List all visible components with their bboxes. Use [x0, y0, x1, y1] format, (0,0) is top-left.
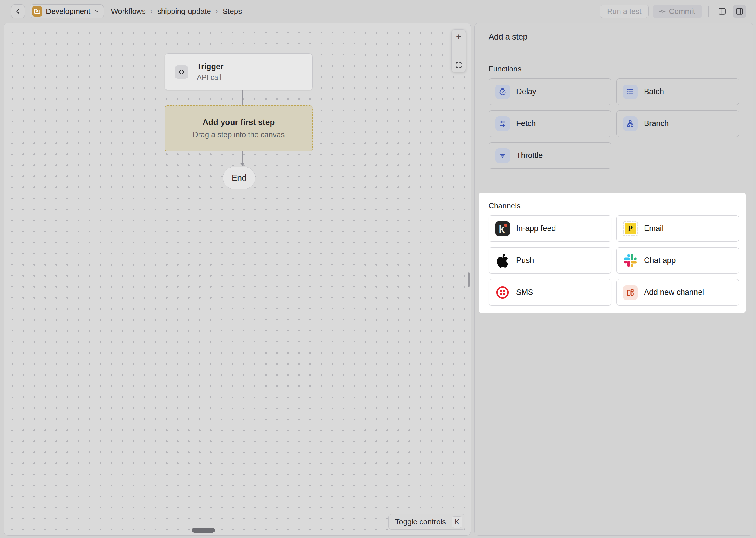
code-brackets-icon [175, 65, 188, 79]
dropzone-subtitle: Drag a step into the canvas [193, 130, 285, 139]
channel-card-in-app-feed[interactable]: k In-app feed [489, 215, 611, 242]
functions-grid: Delay Batch [489, 79, 739, 169]
panel-title: Add a step [475, 23, 753, 51]
function-card-label: Throttle [516, 151, 543, 160]
channels-section-label: Channels [489, 201, 739, 210]
left-panel-icon [718, 7, 727, 16]
add-first-step-dropzone[interactable]: Add your first step Drag a step into the… [165, 105, 313, 151]
chevron-down-icon [94, 8, 100, 14]
fit-view-icon [455, 61, 462, 69]
environment-folder-icon [32, 6, 42, 17]
toggle-right-panel-button[interactable] [733, 5, 746, 18]
breadcrumb: Workflows › shipping-update › Steps [111, 7, 242, 16]
commit-button-label: Commit [669, 7, 695, 16]
add-step-panel: Add a step Functions Delay [474, 23, 753, 536]
function-card-label: Batch [644, 87, 664, 96]
end-node[interactable]: End [223, 167, 256, 189]
trigger-node-subtitle: API call [197, 73, 223, 81]
edge-arrowhead-icon [240, 163, 245, 166]
right-panel-icon [735, 7, 744, 16]
channels-grid: k In-app feed P Email [489, 215, 739, 305]
horizontal-scrollbar-thumb[interactable] [192, 528, 215, 533]
edge-connector [242, 151, 243, 163]
channel-card-label: Add new channel [644, 288, 704, 297]
trigger-node-title: Trigger [197, 62, 223, 71]
breadcrumb-item-workflows[interactable]: Workflows [111, 7, 145, 16]
dropzone-title: Add your first step [203, 118, 275, 127]
function-card-label: Delay [516, 87, 536, 96]
filter-lines-icon [495, 148, 510, 163]
channel-card-label: Chat app [644, 256, 676, 265]
twilio-logo-icon [495, 285, 510, 300]
channel-card-add-new-channel[interactable]: Add new channel [616, 279, 739, 305]
toggle-left-panel-button[interactable] [715, 5, 729, 18]
breadcrumb-separator: › [150, 7, 153, 15]
keyboard-shortcut-key: K [452, 516, 462, 528]
canvas-zoom-controls: + − [451, 29, 466, 72]
stopwatch-icon [495, 84, 510, 99]
function-card-branch[interactable]: Branch [616, 110, 739, 137]
channel-card-label: In-app feed [516, 224, 556, 233]
zoom-out-button[interactable]: − [452, 44, 466, 58]
topbar-actions: Run a test Commit [600, 5, 746, 18]
function-card-fetch[interactable]: Fetch [489, 110, 611, 137]
function-card-batch[interactable]: Batch [616, 79, 739, 105]
function-card-label: Fetch [516, 119, 536, 128]
edge-connector [242, 90, 243, 105]
breadcrumb-separator: › [216, 7, 218, 15]
swap-arrows-icon [495, 117, 510, 131]
functions-section-label: Functions [489, 65, 739, 74]
back-button[interactable] [11, 4, 25, 18]
channel-card-push[interactable]: Push [489, 247, 611, 274]
vertical-scrollbar-thumb[interactable] [468, 273, 470, 287]
channels-spotlight: Channels k In-app feed P Email [479, 193, 745, 313]
environment-selector[interactable]: Development [29, 4, 104, 18]
zoom-in-button[interactable]: + [452, 29, 466, 44]
run-a-test-button[interactable]: Run a test [600, 5, 649, 18]
function-card-delay[interactable]: Delay [489, 79, 611, 105]
channel-card-chat-app[interactable]: Chat app [616, 247, 739, 274]
main-area: Trigger API call Add your first step Dra… [0, 23, 756, 538]
function-card-throttle[interactable]: Throttle [489, 142, 611, 169]
commit-icon [658, 8, 666, 15]
breadcrumb-item-steps[interactable]: Steps [223, 7, 242, 16]
add-blocks-icon [623, 285, 638, 300]
topbar: Development Workflows › shipping-update … [0, 0, 756, 23]
commit-button[interactable]: Commit [653, 5, 702, 18]
breadcrumb-item-workflow-name[interactable]: shipping-update [157, 7, 211, 16]
channel-card-label: Email [644, 224, 664, 233]
slack-logo-icon [623, 253, 638, 268]
function-card-label: Branch [644, 119, 669, 128]
fit-view-button[interactable] [452, 58, 466, 72]
channel-card-label: Push [516, 256, 534, 265]
postmark-logo-icon: P [623, 221, 638, 236]
topbar-divider [708, 6, 709, 17]
tree-icon [623, 117, 638, 131]
toggle-controls-button[interactable]: Toggle controls K [389, 514, 465, 530]
channel-card-email[interactable]: P Email [616, 215, 739, 242]
knock-logo-icon: k [495, 221, 510, 236]
channel-card-label: SMS [516, 288, 533, 297]
apple-logo-icon [495, 253, 510, 268]
channel-card-sms[interactable]: SMS [489, 279, 611, 305]
chevron-left-icon [14, 8, 22, 15]
environment-label: Development [46, 7, 90, 16]
list-icon [623, 84, 638, 99]
workflow-canvas[interactable]: Trigger API call Add your first step Dra… [4, 23, 471, 536]
toggle-controls-label: Toggle controls [395, 517, 446, 526]
trigger-node[interactable]: Trigger API call [165, 53, 313, 90]
